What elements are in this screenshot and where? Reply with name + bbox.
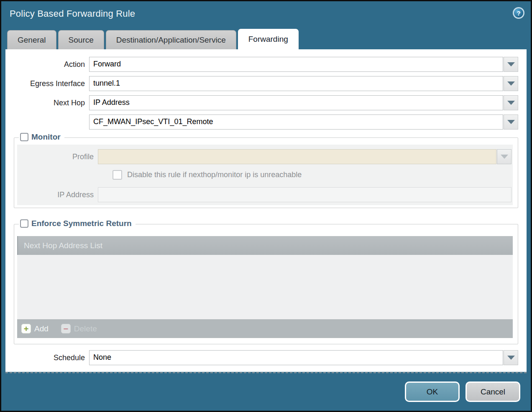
tab-forwarding[interactable]: Forwarding (238, 29, 299, 49)
add-button[interactable]: + Add (21, 324, 58, 333)
action-row: Action Forward (5, 57, 518, 72)
next-hop-row: Next Hop IP Address (5, 95, 518, 110)
action-combo: Forward (89, 57, 518, 72)
enforce-symmetric-return-checkbox[interactable] (20, 219, 28, 228)
plus-icon: + (21, 324, 31, 333)
egress-interface-value[interactable]: tunnel.1 (89, 76, 503, 91)
egress-interface-dropdown-button[interactable] (504, 76, 518, 91)
schedule-dropdown-button[interactable] (504, 350, 518, 365)
next-hop-target-combo: CF_MWAN_IPsec_VTI_01_Remote (89, 114, 518, 130)
action-value[interactable]: Forward (89, 57, 503, 72)
chevron-down-icon (507, 356, 515, 360)
enforce-symmetric-return-title: Enforce Symmetric Return (31, 219, 132, 228)
profile-combo (98, 149, 512, 164)
ok-button[interactable]: OK (405, 381, 460, 402)
cancel-button[interactable]: Cancel (466, 381, 520, 402)
dialog-title: Policy Based Forwarding Rule (10, 8, 135, 19)
footer-separator (5, 372, 527, 373)
dialog-titlebar: Policy Based Forwarding Rule ? (1, 1, 531, 29)
egress-interface-combo: tunnel.1 (89, 76, 518, 91)
tab-bar: General Source Destination/Application/S… (1, 29, 531, 49)
tab-source[interactable]: Source (58, 30, 104, 49)
schedule-label: Schedule (5, 354, 89, 362)
profile-value (98, 149, 496, 164)
chevron-down-icon (507, 62, 515, 66)
tab-destination-application-service[interactable]: Destination/Application/Service (106, 30, 236, 49)
profile-row: Profile (17, 149, 512, 164)
delete-button-label: Delete (74, 324, 97, 333)
next-hop-target-dropdown-button[interactable] (504, 114, 518, 130)
enforce-symmetric-return-legend: Enforce Symmetric Return (19, 219, 136, 228)
next-hop-target-value[interactable]: CF_MWAN_IPsec_VTI_01_Remote (89, 114, 503, 130)
delete-button: − Delete (61, 324, 97, 333)
next-hop-address-table: Next Hop Address List + Add − Delete (17, 236, 513, 338)
help-icon[interactable]: ? (513, 7, 524, 19)
next-hop-label: Next Hop (5, 99, 89, 107)
profile-dropdown-button (497, 149, 512, 164)
disable-rule-checkbox (113, 170, 122, 180)
monitor-legend: Monitor (19, 132, 64, 142)
dialog-footer: OK Cancel (1, 372, 531, 411)
schedule-value[interactable]: None (89, 350, 503, 365)
chevron-down-icon (507, 81, 515, 86)
monitor-ip-label: IP Address (17, 191, 98, 199)
egress-interface-row: Egress Interface tunnel.1 (5, 76, 518, 91)
next-hop-address-table-body (17, 255, 513, 319)
monitor-ip-row: IP Address (17, 187, 512, 202)
monitor-group: Monitor Profile Disable this rule if nex… (14, 137, 518, 208)
disable-rule-label: Disable this rule if nexthop/monitor ip … (127, 170, 302, 179)
profile-label: Profile (17, 153, 98, 161)
monitor-checkbox[interactable] (20, 133, 28, 141)
chevron-down-icon (501, 155, 508, 159)
add-button-label: Add (34, 324, 49, 333)
monitor-group-body: Profile Disable this rule if nexthop/mon… (17, 145, 513, 205)
action-label: Action (5, 60, 89, 69)
minus-icon: − (61, 324, 71, 333)
next-hop-dropdown-button[interactable] (504, 95, 518, 110)
chevron-down-icon (507, 101, 515, 105)
next-hop-address-table-toolbar: + Add − Delete (17, 319, 513, 338)
egress-interface-label: Egress Interface (5, 79, 89, 88)
chevron-down-icon (507, 120, 515, 124)
next-hop-target-row: CF_MWAN_IPsec_VTI_01_Remote (5, 114, 518, 130)
action-dropdown-button[interactable] (504, 57, 518, 72)
next-hop-address-table-header: Next Hop Address List (17, 236, 513, 255)
tab-general[interactable]: General (7, 30, 56, 49)
disable-rule-row: Disable this rule if nexthop/monitor ip … (113, 170, 513, 180)
monitor-group-title: Monitor (31, 132, 61, 142)
schedule-combo: None (89, 350, 518, 365)
schedule-row: Schedule None (5, 350, 518, 365)
forwarding-tab-panel: Action Forward Egress Interface tunnel.1… (5, 49, 527, 372)
next-hop-combo: IP Address (89, 95, 518, 110)
next-hop-type-value[interactable]: IP Address (89, 95, 503, 110)
enforce-symmetric-return-group: Enforce Symmetric Return Next Hop Addres… (14, 224, 518, 344)
monitor-ip-value (98, 187, 512, 202)
